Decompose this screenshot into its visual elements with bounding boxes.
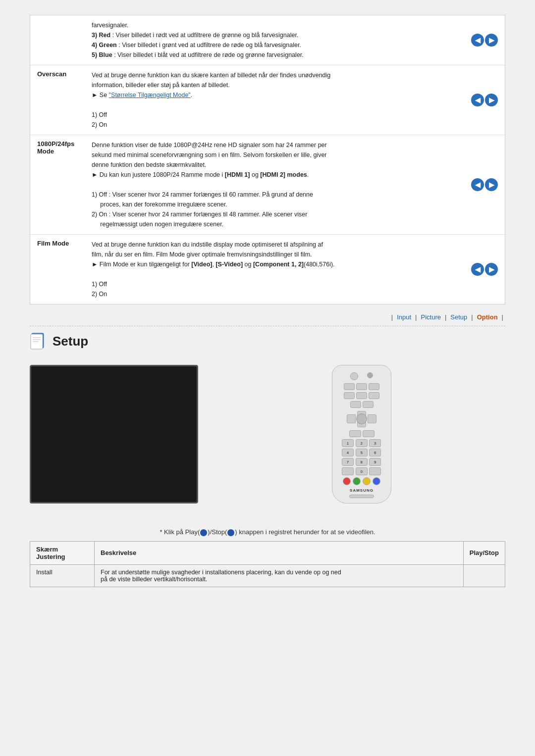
samsung-remote: 1 2 3 4 5 6 7 8 9 0 (332, 365, 391, 504)
stop-icon (227, 529, 234, 536)
nav-separator: | (413, 313, 419, 321)
remote-num-1[interactable]: 1 (342, 439, 354, 447)
remote-num-9[interactable]: 9 (369, 458, 381, 466)
remote-yellow-btn[interactable] (363, 477, 371, 485)
data-table: Skærm Justering Beskrivelse Play/Stop In… (30, 541, 505, 587)
remote-num-7[interactable]: 7 (342, 458, 354, 466)
remote-num-grid: 1 2 3 4 5 6 7 8 9 0 (342, 439, 381, 475)
play-note: * Klik på Play()/Stop() knappen i regist… (30, 528, 505, 536)
text-line: ► Se "Størrelse Tilgængeligt Mode". (92, 92, 192, 99)
next-arrow[interactable]: ▶ (485, 94, 498, 106)
remote-brand-label: SAMSUNG (350, 488, 374, 493)
prev-arrow[interactable]: ◀ (471, 34, 484, 47)
remote-num-2[interactable]: 2 (356, 439, 368, 447)
remote-btn[interactable] (369, 383, 379, 390)
play-note-text-3: ) knappen i registret herunder for at se… (235, 528, 375, 536)
play-icon (200, 529, 207, 536)
text-line: Ved at bruge denne funktion kan du indst… (92, 241, 323, 248)
next-arrow[interactable]: ▶ (485, 34, 498, 47)
remote-btn[interactable] (356, 383, 367, 390)
text-line: 3) Red : Viser billedet i rødt ved at ud… (92, 32, 298, 39)
text-line: regelmæssigt uden nogen irregulære scene… (92, 221, 223, 228)
remote-green-btn[interactable] (353, 477, 361, 485)
remote-num-8[interactable]: 8 (356, 458, 368, 466)
remote-power-btn[interactable] (350, 372, 358, 380)
text-line: 4) Green : Viser billedet i grønt ved at… (92, 42, 301, 49)
text-line: 1) Off : Viser scener hvor 24 rammer for… (92, 191, 313, 198)
remote-num-4[interactable]: 4 (342, 449, 354, 456)
text-line: Denne funktion viser de fulde 1080P@24Hz… (92, 142, 327, 149)
manual-table: farvesignaler. 3) Red : Viser billedet i… (30, 15, 505, 304)
row-label: 1080P/24fpsMode (30, 135, 85, 235)
text-line: 2) On : Viser scener hvor 24 rammer forl… (92, 211, 307, 218)
text-line: 2) On (92, 121, 107, 128)
remote-num-3[interactable]: 3 (369, 439, 381, 447)
nav-picture[interactable]: Picture (419, 313, 442, 321)
next-arrow[interactable]: ▶ (485, 263, 498, 276)
remote-dpad-left[interactable] (347, 414, 356, 423)
prev-arrow[interactable]: ◀ (471, 263, 484, 276)
nav-arrows: ◀ ▶ (471, 178, 498, 191)
play-note-text-1: * Klik på Play( (160, 528, 200, 536)
remote-btn[interactable] (369, 392, 379, 399)
remote-row (344, 383, 379, 390)
table-row: Install For at understøtte mulige svaghe… (30, 564, 505, 587)
remote-dpad-right[interactable] (368, 414, 376, 423)
row-icons: ◀ ▶ (464, 135, 505, 235)
remote-dpad-center[interactable] (356, 413, 367, 424)
setup-page-icon (30, 332, 48, 350)
text-line: sekund med minimal sceneforvrængning som… (92, 151, 327, 158)
remote-bottom-btn[interactable] (349, 495, 374, 498)
nav-arrows: ◀ ▶ (471, 263, 498, 276)
table-header-row: Skærm Justering Beskrivelse Play/Stop (30, 541, 505, 564)
text-line: proces, kan der forekomme irregulære sce… (92, 201, 227, 208)
row-content: Ved at bruge denne funktion kan du skære… (85, 65, 464, 135)
next-arrow[interactable]: ▶ (485, 178, 498, 191)
remote-row (344, 392, 379, 399)
col-header-playstop: Play/Stop (463, 541, 505, 564)
remote-color-row (343, 477, 380, 485)
text-line: information, billeder eller støj på kant… (92, 82, 230, 89)
play-note-text-2: )/Stop( (208, 528, 227, 536)
remote-num-hash[interactable] (369, 467, 381, 475)
text-line: 5) Blue : Viser billedet i blåt ved at u… (92, 51, 304, 58)
row-content: Denne funktion viser de fulde 1080P@24Hz… (85, 135, 464, 235)
remote-btn[interactable] (344, 392, 355, 399)
setup-content: 1 2 3 4 5 6 7 8 9 0 (30, 360, 505, 508)
remote-red-btn[interactable] (343, 477, 351, 485)
row-label (30, 15, 85, 65)
remote-btn[interactable] (356, 392, 367, 399)
remote-blue-btn[interactable] (373, 477, 380, 485)
remote-btn[interactable] (350, 401, 361, 408)
nav-setup[interactable]: Setup (448, 313, 469, 321)
tv-screen (30, 365, 198, 504)
col-header-label: Skærm Justering (30, 541, 95, 564)
remote-input-btn[interactable] (367, 372, 373, 378)
nav-bar: | Input | Picture | Setup | Option | (0, 304, 535, 325)
remote-container: 1 2 3 4 5 6 7 8 9 0 (218, 365, 505, 504)
text-line: farvesignaler. (92, 22, 128, 29)
text-line: Ved at bruge denne funktion kan du skære… (92, 72, 330, 79)
nav-separator: | (500, 313, 505, 321)
text-line: 2) On (92, 291, 107, 298)
remote-btn[interactable] (363, 401, 374, 408)
row-label: Overscan (30, 65, 85, 135)
row-label-install: Install (30, 564, 95, 587)
text-line: film, når du ser en film. Film Mode give… (92, 251, 312, 258)
prev-arrow[interactable]: ◀ (471, 178, 484, 191)
remote-btn[interactable] (363, 430, 374, 437)
row-label: Film Mode (30, 235, 85, 304)
prev-arrow[interactable]: ◀ (471, 94, 484, 106)
row-playstop-install (463, 564, 505, 587)
remote-num-star[interactable] (342, 467, 354, 475)
setup-section: Setup (30, 327, 505, 508)
remote-num-6[interactable]: 6 (369, 449, 381, 456)
remote-num-5[interactable]: 5 (356, 449, 368, 456)
nav-input[interactable]: Input (395, 313, 413, 321)
remote-num-0[interactable]: 0 (356, 467, 368, 475)
remote-btn[interactable] (344, 383, 355, 390)
nav-separator: | (443, 313, 448, 321)
remote-btn[interactable] (349, 430, 361, 437)
table-row: farvesignaler. 3) Red : Viser billedet i… (30, 15, 505, 65)
nav-option[interactable]: Option (475, 313, 500, 321)
